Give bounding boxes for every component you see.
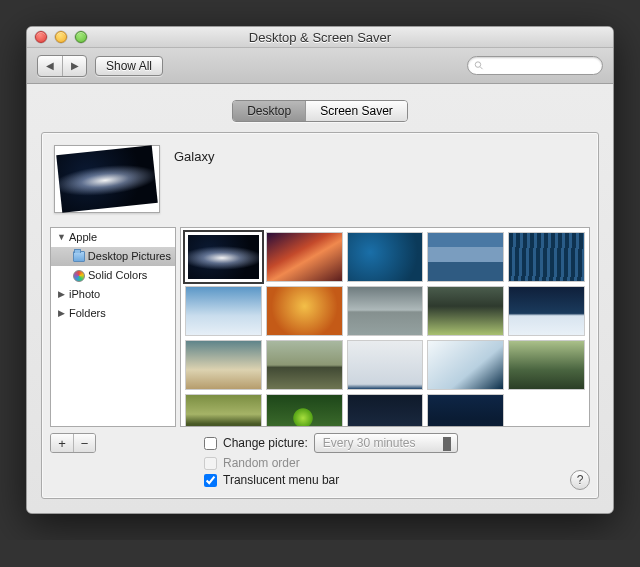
sidebar-item-iphoto[interactable]: ▶ iPhoto <box>51 285 175 304</box>
sidebar-item-folders[interactable]: ▶ Folders <box>51 304 175 323</box>
thumbnail-blue-forest[interactable] <box>508 232 585 282</box>
tab-screen-saver[interactable]: Screen Saver <box>305 101 407 121</box>
galaxy-image <box>56 145 158 213</box>
thumbnail-earth-horizon[interactable] <box>508 286 585 336</box>
thumbnail-grid[interactable] <box>180 227 590 427</box>
disclosure-triangle-icon[interactable]: ▶ <box>57 287 66 302</box>
thumbnail-elephants[interactable] <box>266 340 343 390</box>
thumbnail-lily-pond[interactable] <box>508 340 585 390</box>
translucent-row: Translucent menu bar <box>204 473 458 487</box>
titlebar: Desktop & Screen Saver <box>27 27 613 48</box>
window: Desktop & Screen Saver ◀ ▶ Show All Desk… <box>26 26 614 514</box>
thumbnail-galaxy[interactable] <box>185 232 262 282</box>
sidebar-item-label: iPhoto <box>69 287 100 302</box>
change-picture-row: Change picture: Every 30 minutes ▲▼ <box>204 433 458 453</box>
svg-point-0 <box>475 62 480 67</box>
disclosure-triangle-icon[interactable]: ▶ <box>57 306 66 321</box>
translucent-label: Translucent menu bar <box>223 473 339 487</box>
toolbar: ◀ ▶ Show All <box>27 48 613 84</box>
random-order-row: Random order <box>204 456 458 470</box>
thumbnail-blue-wave[interactable] <box>347 232 424 282</box>
thumbnail-blue-stripes[interactable] <box>427 232 504 282</box>
sidebar-item-apple[interactable]: ▼ Apple <box>51 228 175 247</box>
folder-icon <box>73 251 85 262</box>
thumbnail-grey-hills[interactable] <box>347 286 424 336</box>
thumbnail-frog[interactable] <box>266 394 343 427</box>
change-picture-label: Change picture: <box>223 436 308 450</box>
search-icon <box>474 60 484 71</box>
change-interval-value: Every 30 minutes <box>323 436 416 450</box>
thumbnail-ice-field[interactable] <box>347 340 424 390</box>
rainbow-icon <box>73 270 85 282</box>
preview-thumbnail <box>54 145 160 213</box>
sidebar-item-label: Apple <box>69 230 97 245</box>
source-list[interactable]: ▼ Apple Desktop Pictures Solid Colors ▶ … <box>50 227 176 427</box>
preview-row: Galaxy <box>54 145 586 213</box>
tab-desktop[interactable]: Desktop <box>233 101 305 121</box>
sidebar-item-label: Folders <box>69 306 106 321</box>
show-all-button[interactable]: Show All <box>95 56 163 76</box>
sidebar-item-solid-colors[interactable]: Solid Colors <box>51 266 175 285</box>
back-button[interactable]: ◀ <box>38 56 62 76</box>
thumbnail-blue-night[interactable] <box>347 394 424 427</box>
add-source-button[interactable]: + <box>51 434 73 452</box>
options: Change picture: Every 30 minutes ▲▼ Rand… <box>204 433 458 490</box>
traffic-lights <box>35 31 87 43</box>
thumbnail-canyon[interactable] <box>266 232 343 282</box>
desktop-panel: Galaxy ▼ Apple Desktop Pictures Solid Co… <box>41 132 599 499</box>
sidebar-item-label: Solid Colors <box>88 268 147 283</box>
thumbnail-savanna[interactable] <box>185 340 262 390</box>
tab-switcher: Desktop Screen Saver <box>232 100 408 122</box>
disclosure-triangle-icon[interactable]: ▼ <box>57 230 66 245</box>
random-order-label: Random order <box>223 456 300 470</box>
add-remove-buttons: + − <box>50 433 96 453</box>
panel-footer: + − Change picture: Every 30 minutes ▲▼ <box>50 433 590 490</box>
thumbnail-sky-clouds[interactable] <box>185 286 262 336</box>
help-button[interactable]: ? <box>570 470 590 490</box>
thumbnail-sunset-orange[interactable] <box>266 286 343 336</box>
browser: ▼ Apple Desktop Pictures Solid Colors ▶ … <box>50 227 590 427</box>
sidebar-item-desktop-pictures[interactable]: Desktop Pictures <box>51 247 175 266</box>
sidebar-item-label: Desktop Pictures <box>88 249 171 264</box>
change-interval-select[interactable]: Every 30 minutes ▲▼ <box>314 433 458 453</box>
close-button[interactable] <box>35 31 47 43</box>
svg-line-1 <box>480 67 482 69</box>
remove-source-button[interactable]: − <box>73 434 95 452</box>
thumbnail-moss[interactable] <box>185 394 262 427</box>
thumbnail-snow-blue[interactable] <box>427 340 504 390</box>
minimize-button[interactable] <box>55 31 67 43</box>
preview-name: Galaxy <box>174 149 214 164</box>
search-field[interactable] <box>467 56 603 75</box>
thumbnail-deep-blue[interactable] <box>427 394 504 427</box>
window-title: Desktop & Screen Saver <box>27 30 613 45</box>
nav-back-forward: ◀ ▶ <box>37 55 87 77</box>
thumbnail-green-hills[interactable] <box>427 286 504 336</box>
search-input[interactable] <box>488 60 596 72</box>
zoom-button[interactable] <box>75 31 87 43</box>
forward-button[interactable]: ▶ <box>62 56 86 76</box>
change-picture-checkbox[interactable] <box>204 437 217 450</box>
translucent-checkbox[interactable] <box>204 474 217 487</box>
random-order-checkbox[interactable] <box>204 457 217 470</box>
content: Desktop Screen Saver Galaxy ▼ Apple <box>27 84 613 513</box>
